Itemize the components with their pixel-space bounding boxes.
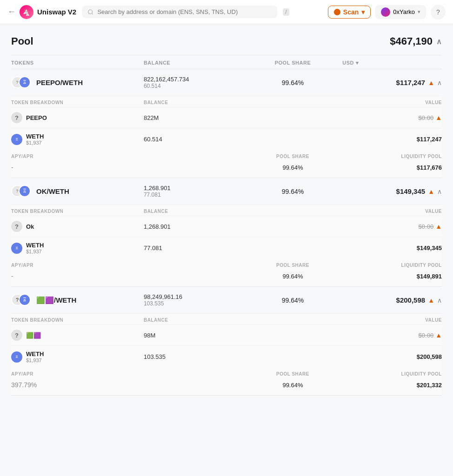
pool-value-number: $117,247 (396, 79, 426, 86)
bd-warning-icon-emoji: ▲ (435, 331, 442, 339)
search-icon (87, 9, 93, 15)
bd-value-number2: $149,345 (417, 245, 442, 251)
search-bar[interactable] (82, 6, 277, 18)
pool-value-number-emoji: $200,598 (396, 296, 426, 304)
expand-icon[interactable]: ∧ (437, 79, 442, 86)
scan-chevron-icon: ▾ (361, 8, 365, 16)
breakdown-section-ok: Token Breakdown Balance Value ? Ok 1,268… (11, 205, 442, 286)
token-price-weth2: $1,937 (26, 249, 44, 254)
value-strikethrough: $0.00 (419, 114, 434, 121)
help-button[interactable]: ? (431, 5, 446, 20)
bd-balance-ok: 1,268.901 (144, 223, 243, 230)
value-strikethrough-ok: $0.00 (419, 223, 434, 230)
breakdown-token: ? PEEPO (11, 112, 144, 123)
apy-liquidity-label-emoji: Liquidity Pool (342, 371, 442, 377)
scan-label: Scan (343, 8, 359, 16)
token-name-weth3: WETH (26, 350, 44, 357)
token-price-weth3: $1,937 (26, 357, 44, 363)
apy-pool-share-ok: 99.64% (243, 273, 343, 280)
breakdown-header-emoji: Token Breakdown Balance Value (11, 314, 442, 324)
apy-values-ok: - 99.64% $149,891 (11, 270, 442, 286)
bd-balance-emoji: 98M (144, 332, 243, 339)
pool-title: Pool (11, 35, 33, 47)
bd-col-balance-ok: Balance (144, 209, 243, 214)
token-icons-ok: ? Ξ (11, 185, 32, 198)
pool-item-ok-weth: ? Ξ OK/WETH 1,268.901 77.081 99.64% $149… (11, 178, 442, 287)
pool-value-number-ok: $149,345 (396, 187, 426, 195)
bd-col-balance: Balance (144, 100, 243, 105)
weth-icon2: Ξ (11, 243, 22, 254)
bd-col-empty-emoji (243, 317, 343, 323)
scan-button[interactable]: Scan ▾ (328, 6, 371, 19)
apy-empty-emoji (144, 371, 243, 377)
pool-total-value: $467,190 (390, 35, 433, 47)
col-pool-share: Pool Share (243, 60, 343, 66)
apy-pool-share: 99.64% (243, 164, 343, 171)
user-button[interactable]: 0xYarko ▾ (375, 5, 426, 19)
col-usd[interactable]: USD ▾ (342, 60, 442, 66)
bd-col-empty (243, 100, 343, 105)
bd-value-emoji: $0.00 ▲ (342, 331, 442, 339)
expand-icon-ok[interactable]: ∧ (437, 188, 442, 195)
token-icons: ? Ξ (11, 76, 32, 89)
pool-collapse-icon[interactable]: ∧ (436, 37, 442, 46)
back-button[interactable]: ← (7, 7, 16, 17)
breakdown-row-peepo: ? PEEPO 822M $0.00 ▲ (11, 107, 442, 128)
token-name-weth: WETH (26, 133, 44, 140)
breakdown-row-weth1: Ξ WETH $1,937 60.514 $117,247 (11, 128, 442, 150)
pool-total: $467,190 ∧ (390, 35, 442, 47)
pool-value-ok: $149,345 ▲ ∧ (342, 187, 442, 195)
token-question-icon-emoji: ? (11, 330, 22, 341)
breakdown-row-emoji-token: ? 🟩🟪 98M $0.00 ▲ (11, 324, 442, 345)
breakdown-section-emoji: Token Breakdown Balance Value ? 🟩🟪 98M $… (11, 313, 442, 395)
apy-dash-emoji: 397.79% (11, 381, 144, 389)
bd-value-number: $117,247 (417, 136, 442, 143)
pool-value: $117,247 ▲ ∧ (342, 79, 442, 86)
token-name: PEEPO (26, 114, 47, 121)
apy-values-emoji: 397.79% 99.64% $201,332 (11, 378, 442, 395)
bd-col-balance-emoji: Balance (144, 317, 243, 323)
pair-balances-ok: 1,268.901 77.081 (144, 185, 243, 198)
apy-label-ok: APY/APR (11, 263, 144, 268)
warning-icon-ok: ▲ (428, 188, 434, 195)
breakdown-token-emoji: ? 🟩🟪 (11, 330, 144, 341)
search-input[interactable] (97, 8, 272, 15)
apy-liquidity-pool: $117,676 (342, 164, 442, 171)
apy-dash-ok: - (11, 272, 144, 280)
svg-point-0 (88, 10, 93, 14)
bd-col-token-breakdown-ok: Token Breakdown (11, 209, 144, 214)
table-header: Tokens Balance Pool Share USD ▾ (11, 55, 442, 69)
balance-sub-ok: 77.081 (144, 192, 243, 198)
apy-header-emoji: APY/APR Pool Share Liquidity Pool (11, 368, 442, 378)
value-strikethrough-emoji: $0.00 (419, 332, 434, 339)
balance-sub: 60.514 (144, 83, 243, 89)
token-name-emoji: 🟩🟪 (26, 332, 41, 339)
apy-dash: - (11, 164, 144, 171)
pair-name: PEEPO/WETH (36, 79, 83, 86)
token-question-icon-ok: ? (11, 221, 22, 232)
apy-empty-ok (144, 263, 243, 268)
breakdown-row-weth2: Ξ WETH $1,937 77.081 $149,345 (11, 237, 442, 259)
weth-icon3: Ξ (11, 351, 22, 363)
scan-icon (334, 9, 340, 15)
bd-col-token-breakdown: Token Breakdown (11, 100, 144, 105)
token-name-ok: Ok (26, 223, 34, 230)
pool-item-row: ? Ξ PEEPO/WETH 822,162,457.734 60.514 99… (11, 69, 442, 96)
token2-icon-ok: Ξ (19, 185, 31, 197)
apy-label: APY/APR (11, 154, 144, 159)
user-chevron-icon: ▾ (418, 9, 420, 15)
header-left: ← 🦄 Uniswap V2 (7, 5, 76, 19)
slash-badge: / (283, 8, 289, 16)
pair-name-emoji: 🟩🟪/WETH (36, 296, 76, 304)
bd-warning-icon-ok: ▲ (435, 223, 442, 230)
breakdown-header: Token Breakdown Balance Value (11, 96, 442, 107)
token-question-icon: ? (11, 112, 22, 123)
apy-liquidity-pool-ok: $149,891 (342, 273, 442, 280)
svg-line-1 (92, 13, 93, 14)
apy-pool-share-label-emoji: Pool Share (243, 371, 343, 377)
pool-value-emoji: $200,598 ▲ ∧ (342, 296, 442, 304)
expand-icon-emoji[interactable]: ∧ (437, 297, 442, 304)
apy-pool-share-emoji: 99.64% (243, 382, 343, 389)
breakdown-token-weth3: Ξ WETH $1,937 (11, 350, 144, 363)
pool-item-emoji-weth: ? Ξ 🟩🟪/WETH 98,249,961.16 103.535 99.64%… (11, 287, 442, 396)
